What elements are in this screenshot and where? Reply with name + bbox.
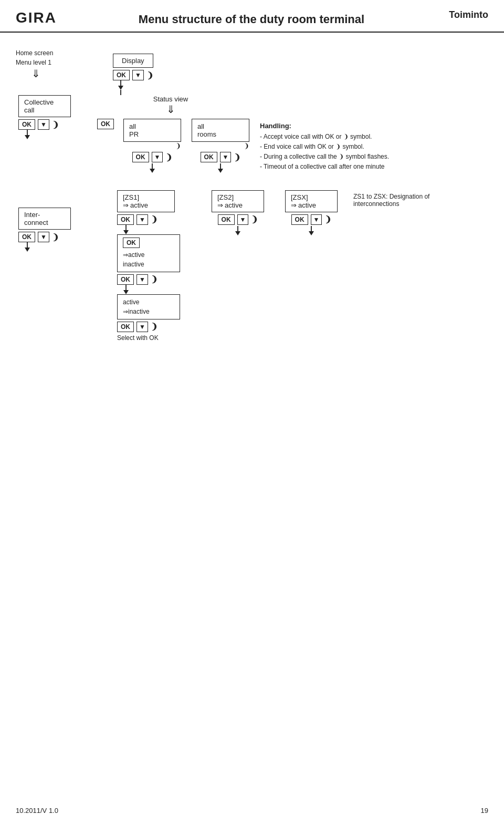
zs1-option-active2: active: [123, 297, 174, 307]
ok-button-display[interactable]: OK: [113, 70, 130, 80]
handling-bullet-2: - End voice call with OK or ❩ symbol.: [260, 143, 364, 150]
handling-bullet-3: - During a collective call the ❩ symbol …: [260, 153, 389, 160]
handling-bullet-4: - Timeout of a collective call after one…: [260, 163, 384, 170]
right-area: Status view ⇓ OK all PR ❩: [97, 95, 488, 342]
logo: GIRA: [16, 9, 57, 26]
ok-btn-allrooms[interactable]: OK: [201, 152, 217, 162]
ok-btn-zsx[interactable]: OK: [291, 214, 308, 225]
collective-call-label: Collectivecall: [24, 98, 54, 114]
down-arrow-allpr[interactable]: ▼: [152, 152, 163, 162]
ok-btn-zs2[interactable]: OK: [218, 214, 235, 225]
ok-btn-zs1-sub2[interactable]: OK: [117, 274, 134, 285]
zs1-label: [ZS1]: [123, 193, 169, 201]
all-pr-ok-row: OK ▼ ❩: [132, 152, 173, 162]
zs2-box: [ZS2] ⇒active: [212, 190, 264, 212]
display-down-connector: [118, 80, 123, 95]
status-columns: OK all PR ❩ OK ▼ ❩: [97, 119, 488, 174]
zs2-column: [ZS2] ⇒active OK ▼ ❩: [201, 190, 275, 235]
zs1-active-inactive-box: active ⇒inactive: [117, 294, 180, 319]
interconnect-box: Inter-connect: [18, 208, 71, 230]
zs1-sub-down: [123, 285, 129, 294]
home-down-arrow: ⇓: [32, 67, 97, 80]
all-pr-box: all PR: [123, 119, 181, 142]
all-rooms-ok-row: OK ▼ ❩: [201, 152, 241, 162]
down-arrow-collective[interactable]: ▼: [38, 119, 49, 130]
bracket-display: ❩: [146, 70, 153, 80]
zs1-down-connector: [123, 225, 129, 234]
down-arrow-zs1-sub[interactable]: ▼: [136, 274, 148, 285]
status-view-label: Status view: [153, 95, 188, 103]
zsx-active: ⇒active: [291, 201, 332, 209]
zs1-option-inactive: inactive: [123, 260, 174, 269]
zsx-label: [ZSX]: [291, 193, 332, 201]
interconnect-down-connector: [25, 242, 30, 252]
ok-btn-allpr[interactable]: OK: [132, 152, 149, 162]
ok-btn-connector[interactable]: OK: [97, 119, 114, 129]
ok-button-collective[interactable]: OK: [18, 119, 35, 130]
down-arrow-display[interactable]: ▼: [132, 70, 144, 80]
handling-bullet-1: - Accept voice call with OK or ❩ symbol.: [260, 133, 372, 140]
bracket-zs1-sub: ❩: [151, 274, 158, 284]
zsx-box: [ZSX] ⇒active: [285, 190, 338, 212]
page-title: Menu structure of the duty room terminal: [57, 9, 446, 26]
zs1-option-active: ⇒active: [123, 250, 174, 260]
ok-button-interconnect[interactable]: OK: [18, 232, 35, 242]
all-pr-column: all PR ❩ OK ▼ ❩: [118, 119, 186, 173]
allpr-down: [150, 163, 155, 173]
collective-call-box: Collectivecall: [18, 95, 71, 117]
collective-ok-row: OK ▼ ❩: [18, 119, 59, 130]
zs1-column: [ZS1] ⇒active OK ▼ ❩: [117, 190, 201, 342]
zs2-ok-row: OK ▼ ❩: [218, 214, 258, 225]
handling-column: Handling: - Accept voice call with OK or…: [255, 119, 391, 174]
down-arrow-zs1[interactable]: ▼: [136, 214, 148, 225]
select-with-ok-label: Select with OK: [117, 334, 159, 342]
bracket-allpr: ❩: [165, 152, 172, 162]
handling-title: Handling:: [260, 122, 291, 130]
down-arrow-zs2[interactable]: ▼: [237, 214, 249, 225]
status-view-arrow: ⇓: [166, 103, 175, 116]
zs1-options2: active ⇒inactive: [123, 297, 174, 316]
display-ok-row: OK ▼ ❩: [113, 70, 153, 80]
down-arrow-interconnect[interactable]: ▼: [38, 232, 49, 242]
zsx-down: [309, 226, 314, 235]
left-column: Collectivecall OK ▼ ❩ Inter-c: [16, 95, 97, 252]
handling-box: Handling: - Accept voice call with OK or…: [260, 119, 389, 174]
zs2-down: [235, 226, 240, 235]
main-diagram-area: Collectivecall OK ▼ ❩ Inter-c: [16, 95, 488, 342]
display-section: Display OK ▼ ❩: [97, 43, 488, 95]
bracket-zs1: ❩: [151, 214, 158, 224]
zs1-active-inactive: ⇒active inactive: [123, 250, 174, 269]
display-box: Display: [113, 54, 153, 68]
zsx-ok-row: OK ▼ ❩: [291, 214, 332, 225]
zs2-active: ⇒active: [217, 201, 258, 209]
collective-call-section: Collectivecall OK ▼ ❩: [16, 95, 97, 139]
ok-btn-zs1[interactable]: OK: [117, 214, 134, 225]
down-arrow-zsx[interactable]: ▼: [311, 214, 322, 225]
zs1-sub-ok-row: OK ▼ ❩: [117, 274, 158, 285]
ok-btn-zs1-sub[interactable]: OK: [123, 238, 140, 248]
header-right-label: Toiminto: [446, 9, 488, 20]
down-arrow-allrooms[interactable]: ▼: [220, 152, 232, 162]
zs-columns: [ZS1] ⇒active OK ▼ ❩: [117, 190, 488, 342]
zs1-final-ok-row: OK ▼ ❩: [117, 322, 158, 332]
footer-version: 10.2011/V 1.0: [16, 807, 58, 814]
zs1-ok-row: OK ▼ ❩: [117, 214, 158, 225]
zsx-column: [ZSX] ⇒active OK ▼ ❩: [275, 190, 348, 235]
down-arrow-zs1-final[interactable]: ▼: [136, 322, 148, 332]
bracket-interconnect: ❩: [52, 232, 59, 242]
ok-btn-zs1-final[interactable]: OK: [117, 322, 134, 332]
interconnect-label: Inter-connect: [24, 211, 48, 226]
bracket-zs2: ❩: [251, 214, 258, 224]
all-rooms-column: all rooms ❩ OK ▼ ❩: [186, 119, 255, 173]
all-rooms-box: all rooms: [192, 119, 249, 142]
zs1-box: [ZS1] ⇒active: [117, 190, 175, 212]
home-screen-info: Home screen Menu level 1 ⇓: [16, 43, 97, 80]
bracket-zsx: ❩: [324, 214, 331, 224]
all-rooms-bracket: ❩: [244, 142, 255, 150]
status-view-header: Status view ⇓: [97, 95, 244, 116]
page-header: GIRA Menu structure of the duty room ter…: [0, 0, 504, 33]
zs1-sub-box: OK ⇒active inactive: [117, 234, 180, 272]
bracket-zs1-final: ❩: [151, 322, 158, 332]
page-footer: 10.2011/V 1.0 19: [0, 807, 504, 814]
interconnect-ok-row: OK ▼ ❩: [18, 232, 59, 242]
